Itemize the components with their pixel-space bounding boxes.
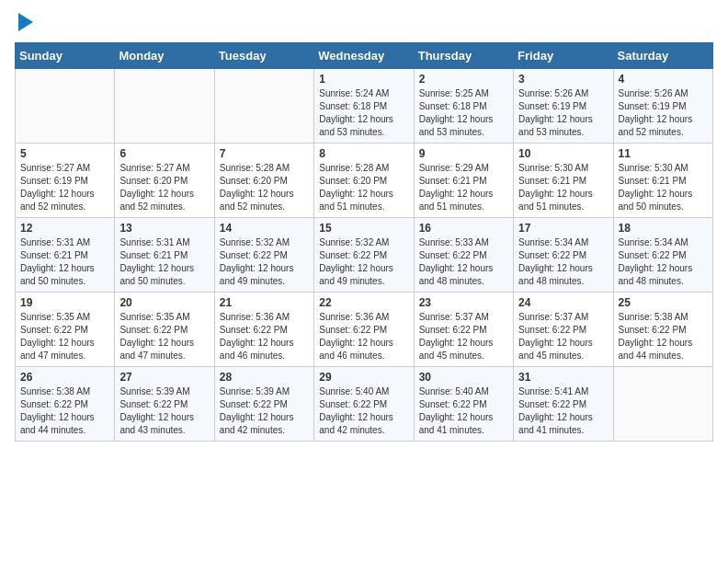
week-row-4: 19Sunrise: 5:35 AM Sunset: 6:22 PM Dayli… xyxy=(16,293,713,367)
day-info: Sunrise: 5:26 AM Sunset: 6:19 PM Dayligh… xyxy=(619,87,708,139)
day-info: Sunrise: 5:40 AM Sunset: 6:22 PM Dayligh… xyxy=(419,385,508,437)
day-info: Sunrise: 5:26 AM Sunset: 6:19 PM Dayligh… xyxy=(518,87,608,139)
calendar-cell: 6Sunrise: 5:27 AM Sunset: 6:20 PM Daylig… xyxy=(115,144,214,218)
day-number: 19 xyxy=(20,296,109,309)
day-number: 10 xyxy=(518,147,608,160)
day-number: 2 xyxy=(419,73,508,86)
logo-arrow-icon xyxy=(18,13,33,31)
day-info: Sunrise: 5:24 AM Sunset: 6:18 PM Dayligh… xyxy=(319,87,408,139)
day-info: Sunrise: 5:25 AM Sunset: 6:18 PM Dayligh… xyxy=(419,87,508,139)
day-number: 21 xyxy=(220,296,309,309)
day-info: Sunrise: 5:35 AM Sunset: 6:22 PM Dayligh… xyxy=(20,311,109,362)
day-info: Sunrise: 5:30 AM Sunset: 6:21 PM Dayligh… xyxy=(518,162,608,213)
day-number: 16 xyxy=(419,222,508,235)
day-number: 27 xyxy=(119,371,209,384)
header-cell-sunday: Sunday xyxy=(16,43,115,69)
day-number: 15 xyxy=(319,222,408,235)
day-info: Sunrise: 5:39 AM Sunset: 6:22 PM Dayligh… xyxy=(220,385,309,437)
header-cell-thursday: Thursday xyxy=(414,43,513,69)
day-number: 11 xyxy=(619,147,708,160)
day-number: 1 xyxy=(319,73,408,86)
day-number: 7 xyxy=(220,147,309,160)
calendar-cell xyxy=(613,367,712,442)
day-info: Sunrise: 5:27 AM Sunset: 6:20 PM Dayligh… xyxy=(119,162,209,213)
calendar-cell: 17Sunrise: 5:34 AM Sunset: 6:22 PM Dayli… xyxy=(514,218,613,293)
calendar-cell: 8Sunrise: 5:28 AM Sunset: 6:20 PM Daylig… xyxy=(314,144,414,218)
day-number: 18 xyxy=(619,222,708,235)
calendar-cell: 13Sunrise: 5:31 AM Sunset: 6:21 PM Dayli… xyxy=(115,218,214,293)
week-row-1: 1Sunrise: 5:24 AM Sunset: 6:18 PM Daylig… xyxy=(16,69,713,144)
day-number: 14 xyxy=(220,222,309,235)
calendar-cell: 14Sunrise: 5:32 AM Sunset: 6:22 PM Dayli… xyxy=(214,218,313,293)
day-info: Sunrise: 5:39 AM Sunset: 6:22 PM Dayligh… xyxy=(119,385,209,437)
day-number: 29 xyxy=(319,371,408,384)
calendar-cell: 22Sunrise: 5:36 AM Sunset: 6:22 PM Dayli… xyxy=(314,293,414,367)
calendar-cell: 20Sunrise: 5:35 AM Sunset: 6:22 PM Dayli… xyxy=(115,293,214,367)
calendar-cell: 30Sunrise: 5:40 AM Sunset: 6:22 PM Dayli… xyxy=(414,367,513,442)
calendar-cell: 24Sunrise: 5:37 AM Sunset: 6:22 PM Dayli… xyxy=(514,293,613,367)
day-number: 24 xyxy=(518,296,608,309)
week-row-3: 12Sunrise: 5:31 AM Sunset: 6:21 PM Dayli… xyxy=(16,218,713,293)
header-row: SundayMondayTuesdayWednesdayThursdayFrid… xyxy=(16,43,713,69)
day-number: 17 xyxy=(518,222,608,235)
logo-text xyxy=(15,15,33,31)
day-info: Sunrise: 5:34 AM Sunset: 6:22 PM Dayligh… xyxy=(518,236,608,288)
calendar-header: SundayMondayTuesdayWednesdayThursdayFrid… xyxy=(16,43,713,69)
header-cell-wednesday: Wednesday xyxy=(314,43,414,69)
calendar-cell: 11Sunrise: 5:30 AM Sunset: 6:21 PM Dayli… xyxy=(613,144,712,218)
calendar-cell: 31Sunrise: 5:41 AM Sunset: 6:22 PM Dayli… xyxy=(514,367,613,442)
calendar-cell: 26Sunrise: 5:38 AM Sunset: 6:22 PM Dayli… xyxy=(16,367,115,442)
day-number: 31 xyxy=(518,371,608,384)
day-info: Sunrise: 5:31 AM Sunset: 6:21 PM Dayligh… xyxy=(20,236,109,288)
header-cell-friday: Friday xyxy=(514,43,613,69)
day-number: 26 xyxy=(20,371,109,384)
day-number: 9 xyxy=(419,147,508,160)
calendar-cell: 4Sunrise: 5:26 AM Sunset: 6:19 PM Daylig… xyxy=(613,69,712,144)
day-info: Sunrise: 5:28 AM Sunset: 6:20 PM Dayligh… xyxy=(319,162,408,213)
calendar-cell: 10Sunrise: 5:30 AM Sunset: 6:21 PM Dayli… xyxy=(514,144,613,218)
day-number: 8 xyxy=(319,147,408,160)
calendar-cell: 27Sunrise: 5:39 AM Sunset: 6:22 PM Dayli… xyxy=(115,367,214,442)
calendar-cell: 15Sunrise: 5:32 AM Sunset: 6:22 PM Dayli… xyxy=(314,218,414,293)
day-info: Sunrise: 5:36 AM Sunset: 6:22 PM Dayligh… xyxy=(220,311,309,362)
logo xyxy=(15,15,33,31)
calendar-cell: 9Sunrise: 5:29 AM Sunset: 6:21 PM Daylig… xyxy=(414,144,513,218)
calendar-cell: 12Sunrise: 5:31 AM Sunset: 6:21 PM Dayli… xyxy=(16,218,115,293)
day-number: 20 xyxy=(119,296,209,309)
calendar-table: SundayMondayTuesdayWednesdayThursdayFrid… xyxy=(15,42,713,442)
day-info: Sunrise: 5:37 AM Sunset: 6:22 PM Dayligh… xyxy=(419,311,508,362)
calendar-cell xyxy=(115,69,214,144)
day-number: 12 xyxy=(20,222,109,235)
day-info: Sunrise: 5:31 AM Sunset: 6:21 PM Dayligh… xyxy=(119,236,209,288)
day-number: 25 xyxy=(619,296,708,309)
day-info: Sunrise: 5:35 AM Sunset: 6:22 PM Dayligh… xyxy=(119,311,209,362)
day-info: Sunrise: 5:38 AM Sunset: 6:22 PM Dayligh… xyxy=(619,311,708,362)
calendar-body: 1Sunrise: 5:24 AM Sunset: 6:18 PM Daylig… xyxy=(16,69,713,442)
calendar-cell: 28Sunrise: 5:39 AM Sunset: 6:22 PM Dayli… xyxy=(214,367,313,442)
calendar-cell: 16Sunrise: 5:33 AM Sunset: 6:22 PM Dayli… xyxy=(414,218,513,293)
day-info: Sunrise: 5:32 AM Sunset: 6:22 PM Dayligh… xyxy=(319,236,408,288)
day-number: 6 xyxy=(119,147,209,160)
day-number: 28 xyxy=(220,371,309,384)
calendar-cell xyxy=(16,69,115,144)
calendar-cell: 21Sunrise: 5:36 AM Sunset: 6:22 PM Dayli… xyxy=(214,293,313,367)
day-info: Sunrise: 5:27 AM Sunset: 6:19 PM Dayligh… xyxy=(20,162,109,213)
week-row-2: 5Sunrise: 5:27 AM Sunset: 6:19 PM Daylig… xyxy=(16,144,713,218)
calendar-cell: 29Sunrise: 5:40 AM Sunset: 6:22 PM Dayli… xyxy=(314,367,414,442)
calendar-cell: 2Sunrise: 5:25 AM Sunset: 6:18 PM Daylig… xyxy=(414,69,513,144)
week-row-5: 26Sunrise: 5:38 AM Sunset: 6:22 PM Dayli… xyxy=(16,367,713,442)
page-header xyxy=(15,15,713,31)
day-info: Sunrise: 5:36 AM Sunset: 6:22 PM Dayligh… xyxy=(319,311,408,362)
calendar-cell: 3Sunrise: 5:26 AM Sunset: 6:19 PM Daylig… xyxy=(514,69,613,144)
calendar-cell: 5Sunrise: 5:27 AM Sunset: 6:19 PM Daylig… xyxy=(16,144,115,218)
day-info: Sunrise: 5:41 AM Sunset: 6:22 PM Dayligh… xyxy=(518,385,608,437)
day-number: 22 xyxy=(319,296,408,309)
calendar-cell xyxy=(214,69,313,144)
day-info: Sunrise: 5:40 AM Sunset: 6:22 PM Dayligh… xyxy=(319,385,408,437)
day-info: Sunrise: 5:38 AM Sunset: 6:22 PM Dayligh… xyxy=(20,385,109,437)
day-info: Sunrise: 5:28 AM Sunset: 6:20 PM Dayligh… xyxy=(220,162,309,213)
day-info: Sunrise: 5:29 AM Sunset: 6:21 PM Dayligh… xyxy=(419,162,508,213)
day-info: Sunrise: 5:30 AM Sunset: 6:21 PM Dayligh… xyxy=(619,162,708,213)
calendar-cell: 19Sunrise: 5:35 AM Sunset: 6:22 PM Dayli… xyxy=(16,293,115,367)
day-number: 13 xyxy=(119,222,209,235)
